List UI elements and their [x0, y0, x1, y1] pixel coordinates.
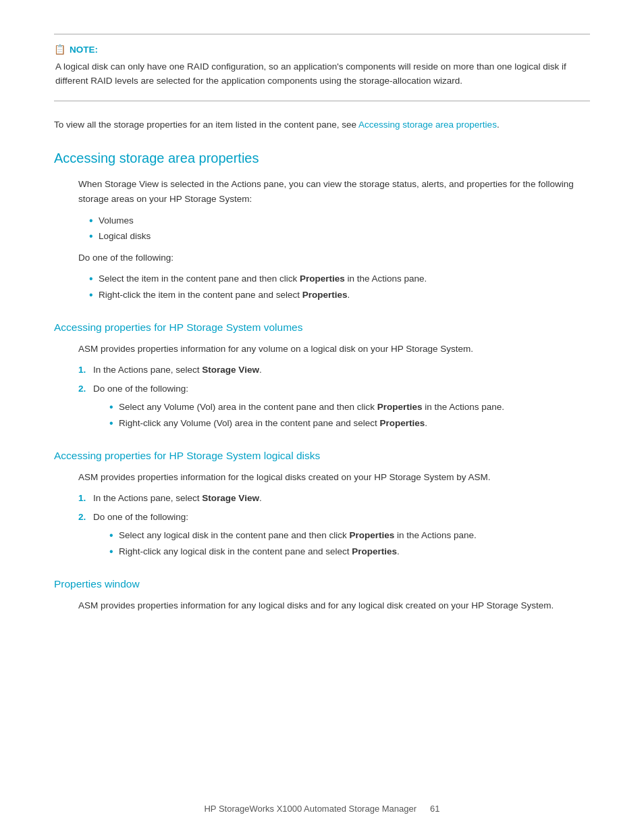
list-item: Volumes — [89, 213, 590, 228]
list-item: 1. In the Actions pane, select Storage V… — [78, 491, 590, 506]
step-1-num: 1. — [78, 363, 86, 377]
ld-sub-bullets: Select any logical disk in the content p… — [93, 528, 590, 558]
ld-step-1-bold: Storage View — [202, 493, 259, 503]
main-section: Accessing storage area properties When S… — [54, 151, 590, 302]
volumes-steps: 1. In the Actions pane, select Storage V… — [54, 363, 590, 430]
volumes-section-body: ASM provides properties information for … — [54, 342, 590, 357]
do-bullet-1-bold: Properties — [302, 290, 348, 300]
properties-window-section: Properties window ASM provides propertie… — [54, 578, 590, 613]
list-item: Logical disks — [89, 229, 590, 244]
do-bullet-0-bold: Properties — [300, 273, 345, 284]
note-box: 📋 NOTE: A logical disk can only have one… — [54, 34, 590, 101]
do-bullet-1-after: . — [347, 290, 350, 300]
note-body: A logical disk can only have one RAID co… — [54, 60, 590, 88]
ld-step-1-num: 1. — [78, 491, 86, 506]
volumes-section: Accessing properties for HP Storage Syst… — [54, 321, 590, 431]
step-2-num: 2. — [78, 382, 86, 396]
list-item: Right-click any logical disk in the cont… — [109, 544, 590, 559]
list-item: Select the item in the content pane and … — [89, 271, 590, 286]
step-2-text: Do one of the following: — [93, 384, 188, 394]
do-one-text: Do one of the following: — [54, 251, 590, 265]
ld-step-2-text: Do one of the following: — [93, 512, 188, 522]
step-1-before: In the Actions pane, select — [93, 365, 202, 375]
do-bullets: Select the item in the content pane and … — [54, 271, 590, 302]
logical-disks-heading: Accessing properties for HP Storage Syst… — [54, 450, 590, 462]
main-section-heading: Accessing storage area properties — [54, 151, 590, 166]
ld-step-1-after: . — [259, 493, 262, 503]
step-1-after: . — [259, 365, 262, 375]
properties-window-heading: Properties window — [54, 578, 590, 590]
page-footer: HP StorageWorks X1000 Automated Storage … — [0, 804, 644, 814]
logical-disks-body: ASM provides properties information for … — [54, 470, 590, 485]
volumes-section-heading: Accessing properties for HP Storage Syst… — [54, 321, 590, 334]
list-item: 1. In the Actions pane, select Storage V… — [78, 363, 590, 377]
note-label: 📋 NOTE: — [54, 44, 590, 55]
intro-text-after: . — [497, 120, 500, 130]
logical-disks-steps: 1. In the Actions pane, select Storage V… — [54, 491, 590, 558]
intro-paragraph: To view all the storage properties for a… — [54, 118, 590, 132]
list-item: Select any logical disk in the content p… — [109, 528, 590, 543]
footer-title: HP StorageWorks X1000 Automated Storage … — [204, 804, 417, 814]
page-content: 📋 NOTE: A logical disk can only have one… — [0, 0, 644, 673]
ld-step-2-num: 2. — [78, 510, 86, 525]
properties-window-body: ASM provides properties information for … — [54, 598, 590, 613]
note-icon: 📋 — [54, 44, 65, 55]
list-item: Right-click any Volume (Vol) area in the… — [109, 416, 590, 431]
do-bullet-1-before: Right-click the item in the content pane… — [99, 290, 302, 300]
step-1-bold: Storage View — [202, 365, 259, 375]
main-section-bullets: Volumes Logical disks — [54, 213, 590, 244]
list-item: 2. Do one of the following: Select any l… — [78, 510, 590, 559]
note-label-text: NOTE: — [70, 45, 98, 55]
intro-text-before: To view all the storage properties for a… — [54, 120, 358, 130]
ld-step-1-before: In the Actions pane, select — [93, 493, 202, 503]
do-bullet-0-after: in the Actions pane. — [345, 273, 427, 284]
main-section-body: When Storage View is selected in the Act… — [54, 177, 590, 206]
footer-page: 61 — [430, 804, 439, 814]
accessing-storage-area-link[interactable]: Accessing storage area properties — [358, 120, 497, 130]
volumes-sub-bullets: Select any Volume (Vol) area in the cont… — [93, 400, 590, 430]
list-item: Right-click the item in the content pane… — [89, 288, 590, 303]
logical-disks-section: Accessing properties for HP Storage Syst… — [54, 450, 590, 559]
list-item: Select any Volume (Vol) area in the cont… — [109, 400, 590, 415]
list-item: 2. Do one of the following: Select any V… — [78, 382, 590, 431]
do-bullet-0-before: Select the item in the content pane and … — [99, 273, 300, 284]
